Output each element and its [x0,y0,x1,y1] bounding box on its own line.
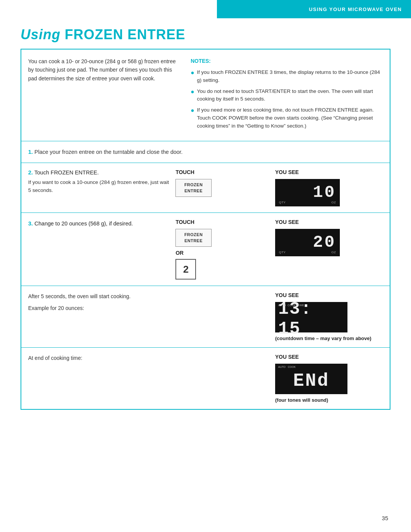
notes-title: NOTES: [191,57,383,66]
note-3: ● If you need more or less cooking time,… [191,106,383,130]
title-frozen: FROZEN ENTREE [65,27,185,42]
step-1-text: Place your frozen entree on the turntabl… [35,149,183,155]
you-see-label-3: YOU SEE [275,219,383,225]
note-1: ● If you touch FROZEN ENTREE 3 times, th… [191,69,383,85]
cooking-timer-left: After 5 seconds, the oven will start coo… [28,292,172,341]
step-1-row: 1. Place your frozen entree on the turnt… [21,141,390,163]
step-3-mid: TOUCH FROZEN ENTREE OR 2 [175,219,271,280]
touch-label-2: TOUCH [175,169,194,175]
btn-line2-2: ENTREE [185,189,203,193]
note-bullet-2: ● [191,88,194,104]
step-2-mid: TOUCH FROZEN ENTREE [175,169,271,206]
btn-line1-2: FROZEN [184,182,202,187]
end-tag-2: COOK [288,366,296,368]
step-3-row: 3. Change to 20 ounces (568 g), if desir… [21,213,390,286]
you-see-label-end: YOU SEE [275,354,383,360]
display-end-value: ENd [293,371,329,391]
step-2-subtext: If you want to cook a 10-ounce (284 g) f… [28,179,172,195]
title-using: Using [21,27,61,42]
display-screen-3: 20 QTY OZ [275,229,340,256]
note-bullet-1: ● [191,69,194,85]
you-see-label-2: YOU SEE [275,169,299,175]
step-3-left: 3. Change to 20 ounces (568 g), if desir… [28,219,172,280]
step-3-number: 3. [28,220,33,227]
step-2-main-text: Touch FROZEN ENTREE. [34,169,99,176]
step-2-right: YOU SEE 10 QTY OZ [275,169,383,206]
note-bullet-3: ● [191,106,194,130]
cooking-timer-right: YOU SEE AUTO COOK TIME 13: 15 (countdown… [275,292,383,341]
frozen-entree-button-3[interactable]: FROZEN ENTREE [175,229,211,247]
step-2-left: 2. Touch FROZEN ENTREE. If you want to c… [28,169,172,206]
step-1-number: 1. [28,149,33,155]
timer-top-labels: AUTO COOK TIME [278,304,304,307]
note-2: ● You do not need to touch START/ENTER t… [191,88,383,104]
page-title: Using FROZEN ENTREE [21,27,185,43]
end-top-labels: AUTO COOK [278,366,296,368]
display-number-3: 20 [313,234,336,251]
btn-line2-3: ENTREE [185,238,203,243]
display-oz-2: OZ [331,201,336,204]
timer-tag-2: COOK [288,304,296,307]
intro-section: You can cook a 10- or 20-ounce (284 g or… [21,50,390,141]
note-text-2: You do not need to touch START/ENTER to … [197,88,383,104]
page-number: 35 [382,515,388,521]
step-2-layout: 2. Touch FROZEN ENTREE. If you want to c… [28,169,383,206]
display-number-2: 10 [313,184,336,201]
intro-left: You can cook a 10- or 20-ounce (284 g or… [28,57,179,133]
or-label: OR [175,250,183,256]
timer-tag-3: TIME [297,304,304,307]
step-2-number: 2. [28,169,33,176]
number-2-label: 2 [183,264,188,275]
main-content-box: You can cook a 10- or 20-ounce (284 g or… [21,49,390,410]
you-see-label-cooking: YOU SEE [275,292,383,298]
end-row: At end of cooking time: YOU SEE AUTO COO… [21,348,390,409]
display-screen-2: 10 QTY OZ [275,179,340,206]
end-mid [175,354,271,403]
intro-text: You can cook a 10- or 20-ounce (284 g or… [28,57,179,83]
display-qty-3: QTY [279,251,286,254]
note-text-1: If you touch FROZEN ENTREE 3 times, the … [197,69,383,85]
end-text: At end of cooking time: [28,354,172,362]
step-2-row: 2. Touch FROZEN ENTREE. If you want to c… [21,163,390,213]
note-text-3: If you need more or less cooking time, d… [197,106,383,130]
step-3-layout: 3. Change to 20 ounces (568 g), if desir… [28,219,383,280]
btn-line1-3: FROZEN [184,232,202,237]
display-oz-3: OZ [331,251,336,254]
end-right: YOU SEE AUTO COOK ENd (four tones will s… [275,354,383,403]
number-2-button[interactable]: 2 [175,259,196,280]
frozen-entree-button-2[interactable]: FROZEN ENTREE [175,179,211,197]
end-left: At end of cooking time: [28,354,172,403]
intro-right: NOTES: ● If you touch FROZEN ENTREE 3 ti… [191,57,383,133]
display-screen-timer: AUTO COOK TIME 13: 15 [275,302,347,332]
header-title: USING YOUR MICROWAVE OVEN [309,6,402,12]
header-bar: USING YOUR MICROWAVE OVEN [217,0,411,18]
display-qty-2: QTY [279,201,286,204]
cooking-timer-mid [175,292,271,341]
display-screen-end: AUTO COOK ENd [275,364,347,394]
touch-label-3: TOUCH [175,219,194,225]
step-3-text: Change to 20 ounces (568 g), if desired. [35,220,133,227]
timer-tag-1: AUTO [278,304,286,307]
cooking-text-1: After 5 seconds, the oven will start coo… [28,292,172,300]
cooking-timer-row: After 5 seconds, the oven will start coo… [21,286,390,348]
step-3-right: YOU SEE 20 QTY OZ [275,219,383,280]
end-caption: (four tones will sound) [275,397,383,403]
end-tag-1: AUTO [278,366,285,368]
cooking-text-2: Example for 20 ounces: [28,304,172,312]
